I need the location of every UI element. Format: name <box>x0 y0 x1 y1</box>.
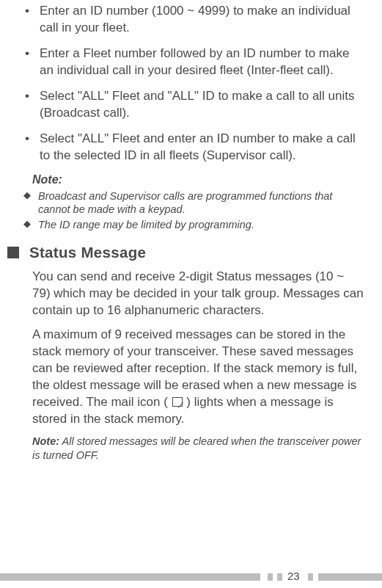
diamond-text: The ID range may be limited by programmi… <box>38 218 364 232</box>
list-item: • Enter a Fleet number followed by an ID… <box>18 46 364 79</box>
section-title: Status Message <box>29 244 146 261</box>
bullet-text: Enter an ID number (1000 ~ 4999) to make… <box>40 3 364 37</box>
list-item: • Select "ALL" Fleet and enter an ID num… <box>18 131 364 164</box>
list-item: ◆ Broadcast and Supervisor calls are pro… <box>18 189 364 217</box>
footer-decoration <box>308 573 313 581</box>
page-footer: 23 <box>0 567 382 581</box>
footer-decoration <box>318 573 382 581</box>
note-diamond-list: ◆ Broadcast and Supervisor calls are pro… <box>18 189 364 233</box>
bullet-icon: • <box>18 46 40 62</box>
section-header: Status Message <box>18 244 364 261</box>
note-label: Note: <box>32 173 364 186</box>
body-paragraph: A maximum of 9 received messages can be … <box>32 327 364 428</box>
bullet-icon: • <box>18 88 40 105</box>
body-note: Note: All stored messages will be cleare… <box>32 435 364 462</box>
footer-decoration <box>268 573 273 581</box>
bullet-text: Select "ALL" Fleet and enter an ID numbe… <box>40 131 364 164</box>
diamond-text: Broadcast and Supervisor calls are progr… <box>38 189 364 217</box>
note-text: All stored messages will be cleared when… <box>32 435 361 461</box>
page-number: 23 <box>287 570 300 582</box>
list-item: • Enter an ID number (1000 ~ 4999) to ma… <box>18 3 364 37</box>
body-paragraph: You can send and receive 2-digit Status … <box>32 269 364 319</box>
mail-icon <box>172 397 183 407</box>
bullet-icon: • <box>18 131 40 148</box>
list-item: • Select "ALL" Fleet and "ALL" ID to mak… <box>18 88 364 122</box>
list-item: ◆ The ID range may be limited by program… <box>18 218 364 232</box>
bullet-icon: • <box>18 3 40 20</box>
diamond-icon: ◆ <box>18 189 38 202</box>
section-marker-icon <box>7 247 19 258</box>
bullet-text: Enter a Fleet number followed by an ID n… <box>40 46 364 79</box>
diamond-icon: ◆ <box>18 218 38 231</box>
footer-decoration <box>0 573 260 581</box>
bullet-text: Select "ALL" Fleet and "ALL" ID to make … <box>40 88 364 122</box>
instruction-bullet-list: • Enter an ID number (1000 ~ 4999) to ma… <box>18 3 364 164</box>
footer-decoration <box>277 573 282 581</box>
note-label-inline: Note: <box>32 435 59 447</box>
